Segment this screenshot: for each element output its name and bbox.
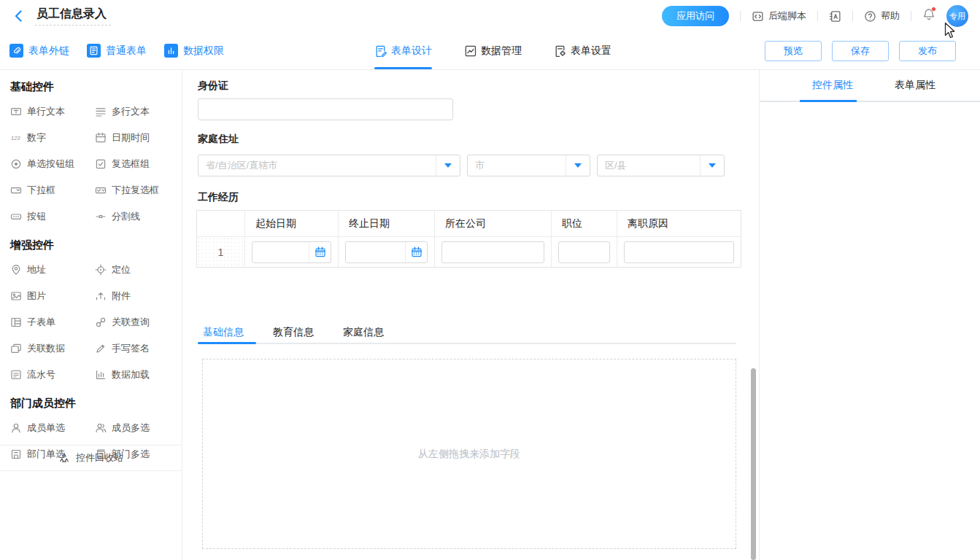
address-select-0[interactable]: 省/自治区/直辖市 — [198, 155, 460, 176]
datetime-icon — [95, 132, 107, 144]
mode-form-link[interactable]: 表单外链 — [9, 44, 69, 58]
row-index-cell[interactable]: 1 — [197, 237, 245, 267]
widget-locate[interactable]: 定位 — [95, 263, 171, 276]
data-permission-icon — [164, 44, 178, 58]
canvas-scrollbar[interactable] — [751, 368, 756, 560]
caret-box — [436, 155, 460, 176]
back-chevron-icon — [12, 9, 26, 23]
canvas-tab-group: 基础信息教育信息家庭信息 — [203, 326, 384, 339]
tab-form-settings[interactable]: 表单设置 — [554, 32, 611, 69]
sidebar-section-title: 增强控件 — [0, 238, 182, 252]
properties-tab-active-bar — [800, 100, 857, 102]
contacts-button[interactable] — [829, 10, 841, 23]
recycle-label: 控件回收站 — [76, 451, 123, 464]
widget-subform[interactable]: 子表单 — [10, 316, 95, 329]
widget-signature[interactable]: 手写签名 — [95, 342, 171, 355]
preview-button[interactable]: 预览 — [765, 41, 822, 61]
save-button[interactable]: 保存 — [832, 41, 889, 61]
widget-label: 手写签名 — [112, 342, 150, 355]
button-icon — [10, 211, 22, 222]
tab-form-design[interactable]: 表单设计 — [374, 32, 432, 69]
widget-serial-number[interactable]: 流水号 — [10, 368, 95, 381]
widget-label: 图片 — [27, 289, 46, 303]
table-header-row: 起始日期终止日期所在公司职位离职原因 — [197, 211, 741, 237]
widget-address-pin[interactable]: 地址 — [10, 263, 95, 276]
widget-text-multi[interactable]: 多行文本 — [95, 105, 171, 118]
widget-attachment[interactable]: 附件 — [95, 289, 171, 303]
form-settings-icon — [554, 44, 566, 57]
widget-recycle-bin[interactable]: 控件回收站 — [0, 445, 182, 471]
mode-plain-form[interactable]: 普通表单 — [87, 44, 147, 58]
sidebar-section-title: 部门成员控件 — [0, 397, 182, 411]
app-header: 员工信息录入 应用访问 后端脚本 帮助 — [0, 0, 980, 32]
leave-reason-input[interactable] — [624, 241, 734, 263]
back-button[interactable] — [12, 9, 26, 23]
designer-tab-group: 表单设计 数据管理 表单设置 — [374, 32, 611, 69]
widget-divider[interactable]: 分割线 — [95, 210, 171, 223]
widget-member-single[interactable]: 成员单选 — [10, 421, 95, 435]
widget-member-multi[interactable]: 成员多选 — [95, 421, 171, 435]
caret-down-icon — [444, 163, 452, 168]
properties-tab-group: 控件属性表单属性 — [760, 70, 980, 102]
widget-multiselect[interactable]: 下拉复选框 — [95, 184, 171, 197]
widget-select[interactable]: 下拉框 — [10, 184, 95, 197]
avatar[interactable]: 专用 — [946, 5, 968, 27]
app-access-button[interactable]: 应用访问 — [662, 6, 729, 26]
panel-tab-form-props[interactable]: 表单属性 — [882, 70, 948, 101]
form-canvas: 身份证 家庭住址 省/自治区/直辖市 市 区/县 工作经历 起始日期终止日期所在… — [183, 70, 759, 560]
widget-number[interactable]: 123数字 — [10, 131, 95, 144]
mode-data-permission[interactable]: 数据权限 — [164, 44, 224, 58]
end-date-input[interactable] — [345, 241, 428, 263]
widget-image[interactable]: 图片 — [10, 289, 95, 303]
widget-checkbox-group[interactable]: 复选框组 — [95, 158, 171, 171]
relate-query-icon — [95, 316, 107, 328]
publish-button[interactable]: 发布 — [899, 41, 956, 61]
action-button-group: 预览保存发布 — [765, 41, 956, 61]
member-single-icon — [10, 422, 22, 434]
widget-datetime[interactable]: 日期时间 — [95, 131, 171, 144]
sidebar-section-grid: 地址 定位 图片 附件 子表单 关联查询 关联数据 手写签名 流水号 数据加载 — [0, 263, 182, 381]
widget-text-single[interactable]: 单行文本 — [10, 105, 95, 118]
canvas-tab-active-bar — [198, 342, 256, 344]
divider — [740, 11, 741, 21]
field-label-home-address: 家庭住址 — [198, 133, 239, 146]
page-title[interactable]: 员工信息录入 — [35, 7, 111, 26]
dropzone-hint: 从左侧拖拽来添加字段 — [418, 448, 520, 461]
widget-data-load[interactable]: 数据加载 — [95, 368, 171, 381]
signature-icon — [95, 343, 107, 354]
start-date-input[interactable] — [252, 241, 331, 263]
company-input[interactable] — [441, 241, 544, 263]
widget-label: 数字 — [27, 131, 46, 144]
widget-label: 子表单 — [27, 316, 55, 329]
properties-panel: 控件属性表单属性 — [759, 70, 980, 560]
address-select-2[interactable]: 区/县 — [597, 155, 725, 176]
tab-data-manage[interactable]: 数据管理 — [464, 32, 522, 69]
canvas-tab[interactable]: 教育信息 — [273, 326, 314, 339]
locate-icon — [95, 264, 107, 276]
notifications-button[interactable] — [922, 8, 935, 24]
widget-button[interactable]: 按钮 — [10, 210, 95, 223]
member-multi-icon — [95, 422, 107, 434]
widget-relate-data[interactable]: 关联数据 — [10, 342, 95, 355]
canvas-tab[interactable]: 家庭信息 — [343, 326, 384, 339]
attachment-icon — [95, 290, 107, 302]
form-link-icon — [9, 44, 23, 58]
id-card-input[interactable] — [198, 98, 453, 120]
help-button[interactable]: 帮助 — [864, 9, 900, 23]
widget-label: 单行文本 — [27, 105, 65, 118]
position-input[interactable] — [558, 241, 610, 263]
text-single-icon — [10, 106, 22, 117]
panel-tab-widget-props[interactable]: 控件属性 — [800, 70, 865, 101]
widget-label: 关联数据 — [27, 342, 65, 355]
widget-radio-group[interactable]: 单选按钮组 — [10, 158, 95, 171]
select-icon — [10, 184, 22, 196]
widget-relate-query[interactable]: 关联查询 — [95, 316, 171, 329]
canvas-tab[interactable]: 基础信息 — [203, 326, 244, 339]
widget-label: 定位 — [112, 263, 131, 276]
widget-label: 日期时间 — [112, 131, 150, 144]
widget-label: 附件 — [112, 289, 131, 303]
tab-dropzone[interactable]: 从左侧拖拽来添加字段 — [202, 359, 736, 549]
backend-script-label: 后端脚本 — [768, 9, 806, 23]
address-select-1[interactable]: 市 — [467, 155, 590, 176]
backend-script-button[interactable]: 后端脚本 — [752, 9, 806, 23]
